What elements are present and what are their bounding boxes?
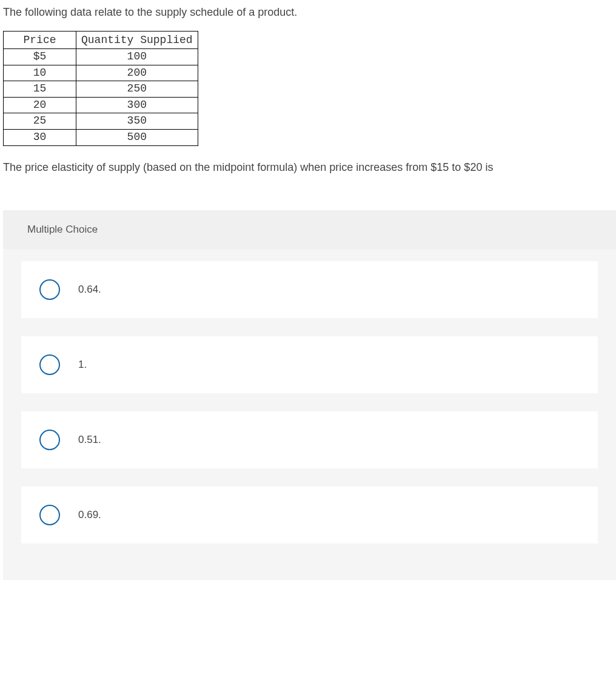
radio-icon[interactable] bbox=[39, 430, 60, 450]
table-cell: 20 bbox=[4, 97, 76, 113]
table-row: 20 300 bbox=[4, 97, 198, 113]
table-cell: 350 bbox=[76, 113, 198, 130]
table-cell: 500 bbox=[76, 129, 198, 145]
table-row: 30 500 bbox=[4, 129, 198, 145]
table-cell: 200 bbox=[76, 65, 198, 81]
question-text: The price elasticity of supply (based on… bbox=[3, 161, 616, 174]
table-cell: 300 bbox=[76, 97, 198, 113]
table-header-quantity: Quantity Supplied bbox=[76, 32, 198, 49]
table-cell: $5 bbox=[4, 49, 76, 65]
table-cell: 250 bbox=[76, 81, 198, 98]
radio-icon[interactable] bbox=[39, 505, 60, 525]
option-label: 0.51. bbox=[78, 434, 101, 446]
option-4[interactable]: 0.69. bbox=[21, 487, 598, 544]
table-cell: 100 bbox=[76, 49, 198, 65]
option-label: 0.64. bbox=[78, 284, 101, 296]
multiple-choice-options: 0.64. 1. 0.51. 0.69. bbox=[3, 249, 616, 580]
table-row: 10 200 bbox=[4, 65, 198, 81]
option-label: 1. bbox=[78, 359, 87, 371]
option-1[interactable]: 0.64. bbox=[21, 261, 598, 318]
table-cell: 25 bbox=[4, 113, 76, 130]
table-header-price: Price bbox=[4, 32, 76, 49]
table-header-row: Price Quantity Supplied bbox=[4, 32, 198, 49]
table-cell: 15 bbox=[4, 81, 76, 98]
option-2[interactable]: 1. bbox=[21, 336, 598, 393]
supply-schedule-table: Price Quantity Supplied $5 100 10 200 15… bbox=[3, 31, 198, 146]
intro-text: The following data relate to the supply … bbox=[3, 6, 616, 19]
table-cell: 10 bbox=[4, 65, 76, 81]
option-3[interactable]: 0.51. bbox=[21, 411, 598, 468]
option-label: 0.69. bbox=[78, 509, 101, 521]
multiple-choice-container: Multiple Choice 0.64. 1. 0.51. 0.69. bbox=[3, 210, 616, 580]
multiple-choice-header: Multiple Choice bbox=[3, 210, 616, 249]
table-cell: 30 bbox=[4, 129, 76, 145]
radio-icon[interactable] bbox=[39, 279, 60, 300]
table-row: $5 100 bbox=[4, 49, 198, 65]
table-row: 25 350 bbox=[4, 113, 198, 130]
radio-icon[interactable] bbox=[39, 354, 60, 375]
table-row: 15 250 bbox=[4, 81, 198, 98]
